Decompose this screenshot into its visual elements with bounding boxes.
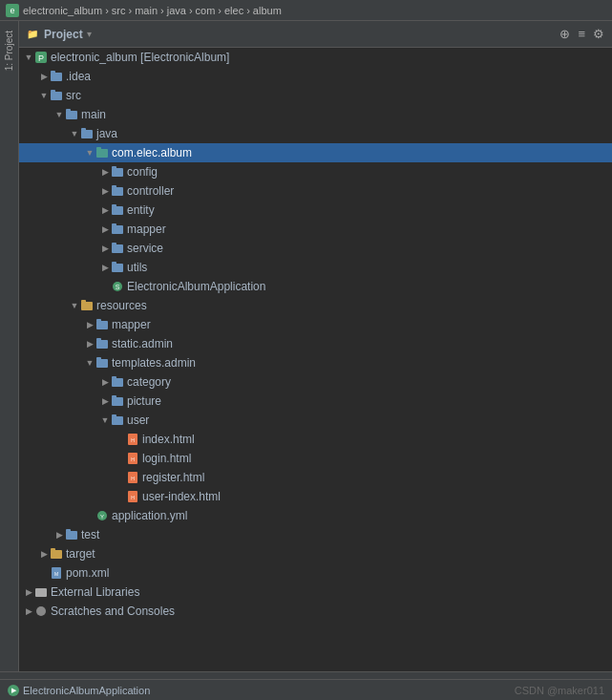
tree-item-idea[interactable]: .idea <box>19 67 612 86</box>
tree-item-res-mapper[interactable]: mapper <box>19 315 612 334</box>
breadcrumb: electronic_album › src › main › java › c… <box>23 5 282 16</box>
tree-arrow-controller[interactable] <box>99 185 111 197</box>
tree-icon-entity <box>111 203 124 217</box>
tree-label-templates.admin: templates.admin <box>112 356 196 370</box>
side-tab-label[interactable]: 1: Project <box>4 25 14 76</box>
tree-item-picture[interactable]: picture <box>19 392 612 411</box>
svg-rect-53 <box>51 550 62 559</box>
tree-icon-mapper <box>111 223 124 236</box>
tree-arrow-mapper[interactable] <box>99 223 111 235</box>
tree-item-controller[interactable]: controller <box>19 181 612 201</box>
tree-item-application.yml[interactable]: Yapplication.yml <box>19 506 612 525</box>
panel-globe-icon[interactable]: ⊕ <box>559 27 570 41</box>
tree-item-scratches[interactable]: Scratches and Consoles <box>19 602 612 621</box>
tree-item-pom.xml[interactable]: Mpom.xml <box>19 563 612 583</box>
tree-icon-category <box>111 375 124 389</box>
tree-icon-external-libraries <box>34 585 48 599</box>
tree-arrow-com.elec.album[interactable] <box>84 147 95 159</box>
tree-item-ElectronicAlbumApplication[interactable]: SElectronicAlbumApplication <box>19 277 612 296</box>
tree-item-utils[interactable]: utils <box>19 258 612 277</box>
tree-arrow-static.admin[interactable] <box>84 338 95 350</box>
tree-item-register.html[interactable]: Hregister.html <box>19 468 612 487</box>
breadcrumb-bar: e electronic_album › src › main › java ›… <box>0 0 612 21</box>
tree-item-templates.admin[interactable]: templates.admin <box>19 353 612 372</box>
watermark-text: CSDN @maker011 <box>515 685 604 696</box>
tree-label-utils: utils <box>127 261 147 274</box>
tree-item-static.admin[interactable]: static.admin <box>19 334 612 353</box>
svg-text:H: H <box>131 437 135 443</box>
tree-item-com.elec.album[interactable]: com.elec.album <box>19 143 612 162</box>
tree-arrow-category[interactable] <box>99 376 111 388</box>
tree-arrow-idea[interactable] <box>38 71 50 82</box>
tree-label-scratches: Scratches and Consoles <box>51 605 175 618</box>
tree-label-static.admin: static.admin <box>112 337 173 350</box>
tree-label-java: java <box>96 127 117 140</box>
tree-item-service[interactable]: service <box>19 239 612 258</box>
tree-icon-res-mapper <box>95 318 109 331</box>
panel-header-left: 📁 Project ▾ <box>27 28 92 41</box>
tree-item-entity[interactable]: entity <box>19 201 612 220</box>
tree-arrow-picture[interactable] <box>99 395 111 407</box>
tree-item-login.html[interactable]: Hlogin.html <box>19 449 612 468</box>
tree-item-main[interactable]: main <box>19 105 612 124</box>
svg-text:M: M <box>54 571 58 577</box>
tree-item-java[interactable]: java <box>19 124 612 143</box>
tree-arrow-src[interactable] <box>38 90 50 101</box>
tree-label-com.elec.album: com.elec.album <box>112 146 192 159</box>
tree-arrow-res-mapper[interactable] <box>84 319 95 330</box>
tree-item-category[interactable]: category <box>19 372 612 392</box>
svg-text:S: S <box>116 284 120 290</box>
horizontal-scrollbar[interactable] <box>0 671 612 679</box>
tree-item-root[interactable]: Pelectronic_album [ElectronicAlbum] <box>19 48 612 67</box>
tree-item-test[interactable]: test <box>19 525 612 544</box>
tree-arrow-utils[interactable] <box>99 262 111 273</box>
tree-arrow-scratches[interactable] <box>23 605 34 617</box>
svg-rect-15 <box>112 187 123 196</box>
tree-item-index.html[interactable]: Hindex.html <box>19 430 612 449</box>
tree-arrow-user[interactable] <box>99 414 111 426</box>
tree-icon-utils <box>111 261 124 274</box>
panel-dropdown-icon[interactable]: ▾ <box>87 29 92 39</box>
panel-header-right: ⊕ ≡ ⚙ <box>559 27 604 41</box>
tree-icon-com.elec.album <box>95 146 109 159</box>
tree-item-mapper[interactable]: mapper <box>19 220 612 239</box>
tree-arrow-test[interactable] <box>53 529 65 541</box>
panel-collapse-icon[interactable]: ≡ <box>578 27 585 41</box>
tree-icon-controller <box>111 184 124 198</box>
tree-label-resources: resources <box>96 299 147 312</box>
tree-icon-service <box>111 242 124 255</box>
tree-arrow-root[interactable] <box>23 52 34 63</box>
tree-arrow-templates.admin[interactable] <box>84 357 95 369</box>
tree-item-user[interactable]: user <box>19 411 612 430</box>
svg-rect-31 <box>96 340 108 349</box>
tree-icon-pom.xml: M <box>50 566 63 580</box>
svg-rect-3 <box>51 73 62 81</box>
project-tree[interactable]: Pelectronic_album [ElectronicAlbum].idea… <box>19 48 612 671</box>
tree-arrow-main[interactable] <box>53 109 65 120</box>
tree-arrow-java[interactable] <box>69 128 80 139</box>
tree-arrow-entity[interactable] <box>99 204 111 216</box>
tree-label-login.html: login.html <box>142 452 191 465</box>
tree-icon-login.html: H <box>126 452 139 465</box>
tree-label-application.yml: application.yml <box>112 509 187 522</box>
svg-rect-33 <box>96 359 108 368</box>
tree-item-config[interactable]: config <box>19 162 612 181</box>
tree-arrow-resources[interactable] <box>69 300 80 311</box>
tree-item-target[interactable]: target <box>19 544 612 563</box>
tree-label-register.html: register.html <box>142 471 204 484</box>
tree-arrow-service[interactable] <box>99 243 111 254</box>
panel-title: Project <box>44 28 83 41</box>
tree-label-entity: entity <box>127 203 155 217</box>
tree-item-src[interactable]: src <box>19 86 612 105</box>
tree-arrow-target[interactable] <box>38 548 50 560</box>
svg-rect-29 <box>96 321 108 329</box>
tree-arrow-external-libraries[interactable] <box>23 586 34 598</box>
panel-settings-icon[interactable]: ⚙ <box>593 27 604 41</box>
tree-icon-test <box>65 528 78 541</box>
tree-item-user-index.html[interactable]: Huser-index.html <box>19 487 612 506</box>
tree-item-resources[interactable]: resources <box>19 296 612 315</box>
tree-arrow-config[interactable] <box>99 166 111 178</box>
tree-item-external-libraries[interactable]: External Libraries <box>19 583 612 602</box>
tree-icon-picture <box>111 394 124 408</box>
tree-icon-templates.admin <box>95 356 109 370</box>
